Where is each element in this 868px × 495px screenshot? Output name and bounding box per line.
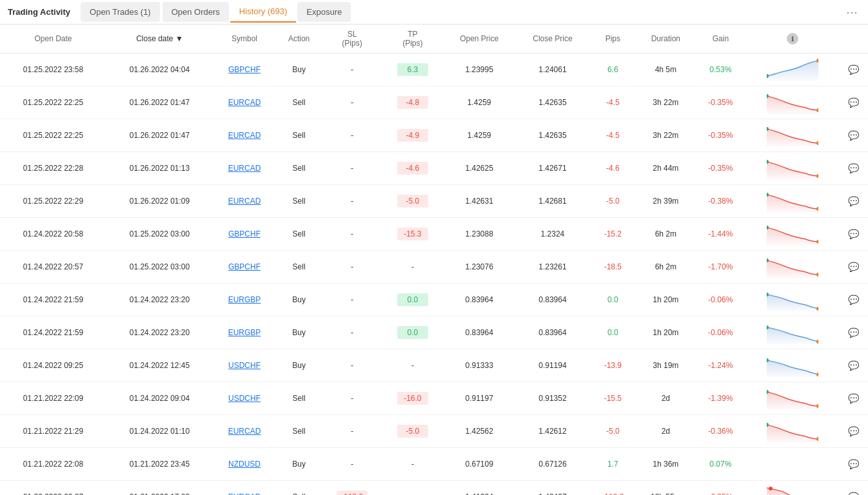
comment-cell[interactable]: 💬 <box>839 415 869 448</box>
col-tp[interactable]: TP(Pips) <box>382 24 443 53</box>
symbol-cell[interactable]: EURGBP <box>213 284 276 316</box>
comment-cell[interactable]: 💬 <box>839 284 869 316</box>
tp-cell: 0.0 <box>382 284 443 316</box>
open-price-cell: 0.91333 <box>443 349 516 382</box>
symbol-cell[interactable]: NZDUSD <box>213 448 276 481</box>
duration-cell: 2d <box>636 382 695 415</box>
pips-cell: -13.9 <box>589 349 636 382</box>
close-date-cell: 01.26.2022 01:47 <box>106 119 213 152</box>
col-pips[interactable]: Pips <box>589 24 636 53</box>
comment-cell[interactable]: 💬 <box>839 119 869 152</box>
comment-cell[interactable]: 💬 <box>839 316 869 349</box>
open-date-cell: 01.24.2022 20:57 <box>0 251 106 284</box>
close-price-cell: 0.91194 <box>516 349 590 382</box>
tab-history[interactable]: History (693) <box>230 1 296 23</box>
close-price-cell: 1.42635 <box>516 119 590 152</box>
col-symbol[interactable]: Symbol <box>213 24 276 53</box>
table-row: 01.25.2022 22:25 01.26.2022 01:47 EURCAD… <box>0 119 868 152</box>
col-sl[interactable]: SL(Pips) <box>322 24 382 53</box>
comment-cell[interactable]: 💬 <box>839 448 869 481</box>
open-price-cell: 0.91197 <box>443 382 516 415</box>
tab-open-trades[interactable]: Open Trades (1) <box>81 2 160 22</box>
open-date-cell: 01.25.2022 22:25 <box>0 86 106 119</box>
duration-cell: 3h 22m <box>636 86 695 119</box>
symbol-cell[interactable]: GBPCHF <box>213 218 276 251</box>
symbol-cell[interactable]: EURCAD <box>213 185 276 218</box>
symbol-cell[interactable]: EURCAD <box>213 119 276 152</box>
open-date-cell: 01.24.2022 20:58 <box>0 218 106 251</box>
col-info: ℹ <box>746 24 839 53</box>
comment-cell[interactable]: 💬 <box>839 185 869 218</box>
symbol-cell[interactable]: GBPCHF <box>213 53 276 86</box>
close-date-cell: 01.26.2022 01:47 <box>106 86 213 119</box>
comment-cell[interactable]: 💬 <box>839 152 869 185</box>
table-row: 01.24.2022 20:57 01.25.2022 03:00 GBPCHF… <box>0 251 868 284</box>
col-open-date[interactable]: Open Date <box>0 24 106 53</box>
col-action[interactable]: Action <box>276 24 322 53</box>
open-date-cell: 01.25.2022 22:25 <box>0 119 106 152</box>
gain-cell: -0.06% <box>695 284 745 316</box>
table-row: 01.21.2022 22:08 01.21.2022 23:45 NZDUSD… <box>0 448 868 481</box>
close-date-cell: 01.21.2022 17:22 <box>106 481 213 496</box>
open-price-cell: 1.4259 <box>443 119 516 152</box>
tabs-bar: Trading Activity Open Trades (1) Open Or… <box>0 0 868 24</box>
chart-cell <box>746 251 839 284</box>
symbol-cell[interactable]: EURCAD <box>213 481 276 496</box>
tab-trading-activity[interactable]: Trading Activity <box>5 2 79 22</box>
pips-cell: 6.6 <box>589 53 636 86</box>
symbol-cell[interactable]: EURGBP <box>213 316 276 349</box>
comment-cell[interactable]: 💬 <box>839 481 869 496</box>
pips-cell: -15.2 <box>589 218 636 251</box>
gain-cell: -1.70% <box>695 251 745 284</box>
symbol-cell[interactable]: USDCHF <box>213 349 276 382</box>
gain-cell: -0.35% <box>695 86 745 119</box>
comment-cell[interactable]: 💬 <box>839 251 869 284</box>
col-close-price[interactable]: Close Price <box>516 24 590 53</box>
col-open-price[interactable]: Open Price <box>443 24 516 53</box>
close-date-cell: 01.25.2022 03:00 <box>106 251 213 284</box>
close-price-cell: 0.91352 <box>516 382 590 415</box>
pips-cell: 0.0 <box>589 284 636 316</box>
tp-cell: - <box>382 349 443 382</box>
action-cell: Sell <box>276 152 322 185</box>
duration-cell: 3h 19m <box>636 349 695 382</box>
comment-cell[interactable]: 💬 <box>839 349 869 382</box>
symbol-cell[interactable]: GBPCHF <box>213 251 276 284</box>
gain-cell: -0.36% <box>695 415 745 448</box>
action-cell: Buy <box>276 284 322 316</box>
more-options-button[interactable]: ⋯ <box>841 3 863 22</box>
open-price-cell: 1.42625 <box>443 152 516 185</box>
col-close-date[interactable]: Close date ▼ <box>106 24 213 53</box>
symbol-cell[interactable]: USDCHF <box>213 382 276 415</box>
comment-cell[interactable]: 💬 <box>839 382 869 415</box>
comment-cell[interactable]: 💬 <box>839 53 869 86</box>
symbol-cell[interactable]: EURCAD <box>213 152 276 185</box>
symbol-cell[interactable]: EURCAD <box>213 86 276 119</box>
tp-cell: - <box>382 251 443 284</box>
action-cell: Sell <box>276 218 322 251</box>
open-price-cell: 1.42562 <box>443 415 516 448</box>
action-cell: Buy <box>276 349 322 382</box>
pips-cell: -18.5 <box>589 251 636 284</box>
tp-cell: -5.0 <box>382 415 443 448</box>
tab-open-orders[interactable]: Open Orders <box>163 2 229 22</box>
close-date-cell: 01.24.2022 23:20 <box>106 284 213 316</box>
gain-cell: 0.53% <box>695 53 745 86</box>
tp-cell: 0.0 <box>382 316 443 349</box>
close-price-cell: 1.42612 <box>516 415 590 448</box>
sl-cell: - <box>322 185 382 218</box>
col-gain[interactable]: Gain <box>695 24 745 53</box>
duration-cell: 6h 2m <box>636 251 695 284</box>
tab-exposure[interactable]: Exposure <box>297 2 351 22</box>
duration-cell: 2d <box>636 415 695 448</box>
col-duration[interactable]: Duration <box>636 24 695 53</box>
duration-cell: 4h 5m <box>636 53 695 86</box>
comment-cell[interactable]: 💬 <box>839 86 869 119</box>
symbol-cell[interactable]: EURCAD <box>213 415 276 448</box>
comment-cell[interactable]: 💬 <box>839 218 869 251</box>
pips-cell: -5.0 <box>589 415 636 448</box>
duration-cell: 1h 20m <box>636 284 695 316</box>
pips-cell: 0.0 <box>589 316 636 349</box>
sl-cell: - <box>322 152 382 185</box>
open-date-cell: 01.21.2022 22:08 <box>0 448 106 481</box>
